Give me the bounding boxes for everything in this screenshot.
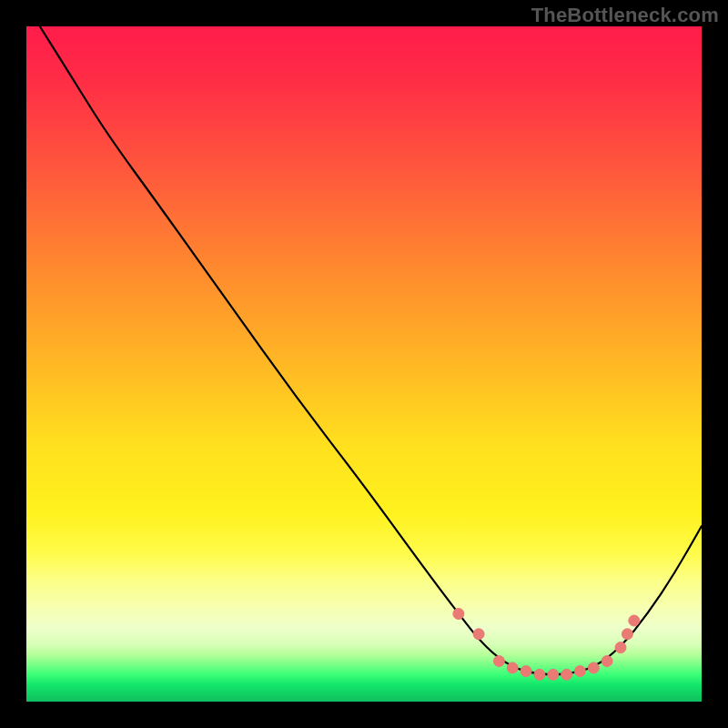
highlight-dot xyxy=(453,609,464,620)
highlight-dot xyxy=(561,669,572,680)
highlight-dot xyxy=(622,629,632,640)
chart-frame: TheBottleneck.com xyxy=(0,0,728,728)
highlight-dot xyxy=(534,669,545,680)
highlight-dot xyxy=(574,666,585,677)
highlight-dot xyxy=(548,669,559,680)
highlight-dot xyxy=(615,642,626,653)
chart-svg xyxy=(26,26,702,702)
highlight-dots xyxy=(453,609,640,681)
highlight-dot xyxy=(588,662,599,673)
highlight-dot xyxy=(507,662,518,673)
highlight-dot xyxy=(602,656,612,667)
highlight-dot xyxy=(473,629,484,640)
watermark-text: TheBottleneck.com xyxy=(531,4,719,27)
highlight-dot xyxy=(629,615,640,626)
bottleneck-curve xyxy=(40,26,702,674)
highlight-dot xyxy=(493,656,504,667)
plot-area xyxy=(26,26,702,702)
highlight-dot xyxy=(521,666,531,677)
